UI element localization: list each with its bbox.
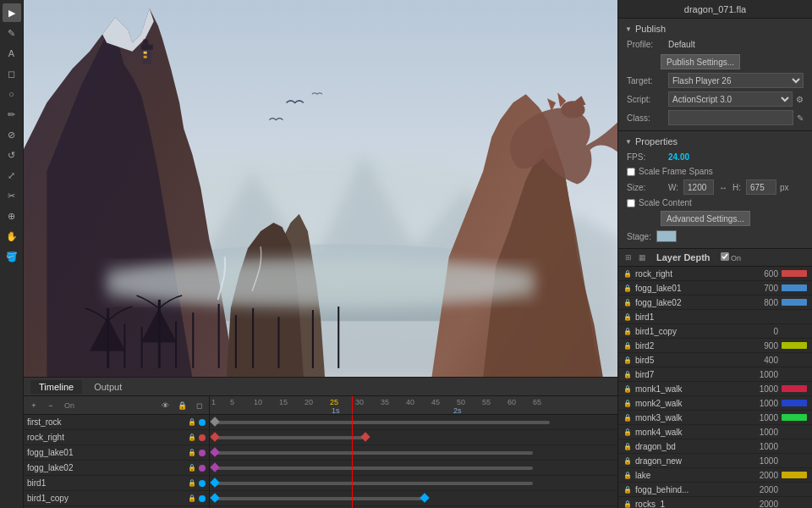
- tab-timeline[interactable]: Timeline: [30, 380, 82, 394]
- depth-color-bar: [782, 472, 807, 478]
- depth-row-fogg-lake02[interactable]: 🔒 fogg_lake02 800: [618, 295, 812, 310]
- svg-marker-12: [143, 40, 149, 45]
- depth-color-bar: [782, 486, 807, 493]
- tool-rotate[interactable]: ↺: [3, 146, 21, 164]
- tool-hand[interactable]: ✋: [3, 227, 21, 246]
- tool-pen[interactable]: ✎: [3, 24, 21, 42]
- depth-lock-icon: 🔒: [623, 284, 632, 292]
- layer-row-fogg-lake02[interactable]: fogg_lake02 🔒: [24, 461, 209, 476]
- depth-name: bird2: [635, 341, 745, 351]
- depth-color-bar: [782, 284, 807, 291]
- keyframe: [210, 432, 219, 441]
- depth-row-monk4[interactable]: 🔒 monk4_walk 1000: [618, 425, 812, 439]
- tool-bucket[interactable]: 🪣: [3, 247, 21, 266]
- keyframe: [420, 493, 429, 502]
- tool-pencil[interactable]: ✏: [3, 105, 21, 124]
- depth-row-fogg-behind[interactable]: 🔒 fogg_behind... 2000: [618, 483, 812, 497]
- target-select[interactable]: Flash Player 26: [668, 73, 804, 88]
- tab-output[interactable]: Output: [85, 380, 130, 394]
- stage-color-swatch[interactable]: [656, 230, 677, 242]
- properties-header[interactable]: ▼ Properties: [618, 135, 812, 148]
- depth-row-bird7[interactable]: 🔒 bird7 1000: [618, 367, 812, 382]
- depth-on-checkbox[interactable]: [721, 252, 729, 261]
- tl-icon-delete[interactable]: −: [44, 399, 58, 412]
- frame-row-bird1[interactable]: [210, 476, 617, 491]
- depth-name: rock_right: [635, 269, 745, 279]
- right-panel: dragon_071.fla ▼ Publish Profile: Defaul…: [617, 0, 812, 508]
- size-h-label: H:: [732, 183, 741, 192]
- tl-icon-lock[interactable]: 🔒: [175, 399, 189, 412]
- advanced-btn[interactable]: Advanced Settings...: [661, 211, 750, 226]
- layer-row-first-rock[interactable]: first_rock 🔒: [24, 415, 209, 430]
- layer-color-dot: [199, 450, 206, 456]
- tool-zoom[interactable]: ⊕: [3, 207, 21, 225]
- class-input[interactable]: [668, 110, 793, 125]
- scale-content-row: Scale Content: [618, 196, 812, 209]
- depth-color-bar: [782, 428, 807, 435]
- depth-row-bird1[interactable]: 🔒 bird1: [618, 310, 812, 324]
- frame-row-first-rock[interactable]: [210, 415, 617, 430]
- publish-header[interactable]: ▼ Publish: [618, 22, 812, 36]
- layer-row-bird1[interactable]: bird1 🔒: [24, 476, 209, 491]
- tool-transform[interactable]: ⤢: [3, 166, 21, 185]
- tool-text[interactable]: A: [3, 44, 21, 63]
- frame-num-65: 65: [533, 398, 541, 406]
- depth-name: bird5: [635, 356, 745, 365]
- tool-select[interactable]: ▶: [3, 3, 21, 22]
- depth-row-lake[interactable]: 🔒 lake 2000: [618, 468, 812, 483]
- tool-cut[interactable]: ✂: [3, 186, 21, 205]
- tool-eraser[interactable]: ⊘: [3, 125, 21, 144]
- depth-value: 0: [749, 327, 778, 336]
- file-name: dragon_071.fla: [684, 4, 746, 14]
- depth-row-monk1[interactable]: 🔒 monk1_walk 1000: [618, 382, 812, 396]
- svg-rect-36: [235, 315, 237, 368]
- tl-icon-outline[interactable]: ◻: [192, 399, 206, 412]
- publish-settings-btn[interactable]: Publish Settings...: [661, 54, 740, 69]
- timeline-body: + − On 👁 🔒 ◻ first_rock 🔒 rock_right: [24, 396, 617, 508]
- profile-row: Profile: Default: [618, 36, 812, 52]
- layer-row-fogg-lake01[interactable]: fogg_lake01 🔒: [24, 445, 209, 461]
- depth-lock-icon: 🔒: [623, 313, 632, 321]
- size-w-input[interactable]: [683, 179, 714, 195]
- svg-rect-35: [175, 321, 177, 368]
- script-select[interactable]: ActionScript 3.0: [668, 91, 793, 107]
- depth-row-bird2[interactable]: 🔒 bird2 900: [618, 339, 812, 353]
- depth-row-monk3[interactable]: 🔒 monk3_walk 1000: [618, 411, 812, 425]
- depth-lock-icon: 🔒: [623, 342, 632, 350]
- keyframe: [360, 432, 370, 441]
- tl-icon-add[interactable]: +: [27, 399, 41, 412]
- frame-row-fogg-lake01[interactable]: [210, 445, 617, 461]
- class-edit-icon[interactable]: ✎: [797, 113, 804, 123]
- frame-num-55: 55: [482, 398, 491, 406]
- depth-row-monk2[interactable]: 🔒 monk2_walk 1000: [618, 396, 812, 411]
- frame-span: [211, 467, 533, 470]
- depth-toggle-icon[interactable]: ▦: [639, 253, 646, 262]
- frame-row-rock-right[interactable]: [210, 430, 617, 445]
- properties-label: Properties: [635, 136, 678, 146]
- depth-row-dragon-new[interactable]: 🔒 dragon_new 1000: [618, 454, 812, 468]
- layer-row-bird1-copy[interactable]: bird1_copy 🔒: [24, 491, 209, 506]
- frame-row-fogg-lake02[interactable]: [210, 461, 617, 476]
- depth-lock-icon: 🔒: [623, 299, 632, 306]
- layer-row-rock-right[interactable]: rock_right 🔒: [24, 430, 209, 445]
- depth-value: 1000: [749, 370, 778, 379]
- scale-content-checkbox[interactable]: [627, 199, 635, 207]
- frame-span: [211, 497, 423, 500]
- scale-frame-checkbox[interactable]: [627, 168, 635, 176]
- depth-row-rock-right[interactable]: 🔒 rock_right 600: [618, 267, 812, 281]
- frame-row-bird1-copy[interactable]: [210, 491, 617, 506]
- layer-color-dot: [199, 495, 206, 502]
- depth-row-rocks-1[interactable]: 🔒 rocks_1 2000: [618, 497, 812, 508]
- depth-row-dragon-bd[interactable]: 🔒 dragon_bd 1000: [618, 439, 812, 454]
- layer-depth-title: Layer Depth: [656, 252, 710, 262]
- layer-depth-header: ⊞ ▦ Layer Depth On: [618, 249, 812, 267]
- depth-row-bird1-copy[interactable]: 🔒 bird1_copy 0: [618, 324, 812, 339]
- depth-row-bird5[interactable]: 🔒 bird5 400: [618, 353, 812, 367]
- tool-rect[interactable]: ◻: [3, 64, 21, 83]
- size-h-input[interactable]: [746, 179, 776, 195]
- tl-icon-eye[interactable]: 👁: [158, 399, 172, 412]
- tool-oval[interactable]: ○: [3, 85, 21, 103]
- script-settings-icon[interactable]: ⚙: [796, 95, 804, 104]
- depth-row-fogg-lake01[interactable]: 🔒 fogg_lake01 700: [618, 281, 812, 295]
- stage-row: Stage:: [618, 228, 812, 245]
